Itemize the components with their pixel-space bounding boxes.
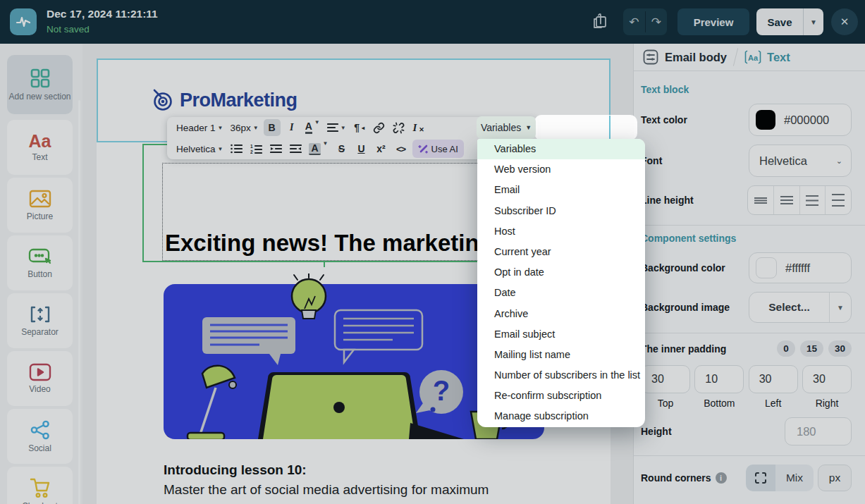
menu-item-number-of-subscribers[interactable]: Number of subscribers in the list bbox=[477, 365, 645, 386]
menu-item-variables[interactable]: Variables bbox=[477, 139, 645, 159]
menu-item-mailing-list-name[interactable]: Mailing list name bbox=[477, 345, 645, 365]
menu-item-reconfirm-subscription[interactable]: Re-confirm subscription bbox=[477, 386, 645, 406]
menu-item-opt-in-date[interactable]: Opt in date bbox=[477, 262, 645, 283]
menu-item-host[interactable]: Host bbox=[477, 221, 645, 242]
menu-item-date[interactable]: Date bbox=[477, 283, 645, 303]
email-editor-app: Dec 17, 2024 11:21:11 Not saved ↶ ↷ Prev… bbox=[0, 0, 865, 504]
menu-item-archive[interactable]: Archive bbox=[477, 304, 645, 324]
modal-dim-overlay[interactable] bbox=[0, 0, 865, 504]
section-border-peek bbox=[609, 116, 611, 140]
dropdown-glow bbox=[534, 115, 637, 140]
menu-item-current-year[interactable]: Current year bbox=[477, 242, 645, 262]
menu-item-manage-subscription[interactable]: Manage subscription bbox=[477, 406, 645, 426]
menu-item-subscriber-id[interactable]: Subscriber ID bbox=[477, 201, 645, 221]
variables-button-label: Variables bbox=[481, 122, 521, 133]
variables-dropdown-button[interactable]: Variables ▼ bbox=[477, 116, 536, 139]
menu-item-email-subject[interactable]: Email subject bbox=[477, 324, 645, 345]
menu-item-web-version[interactable]: Web version bbox=[477, 159, 645, 180]
menu-item-email[interactable]: Email bbox=[477, 180, 645, 200]
variables-menu: Variables Web version Email Subscriber I… bbox=[477, 139, 645, 427]
chevron-down-icon: ▼ bbox=[525, 124, 532, 131]
